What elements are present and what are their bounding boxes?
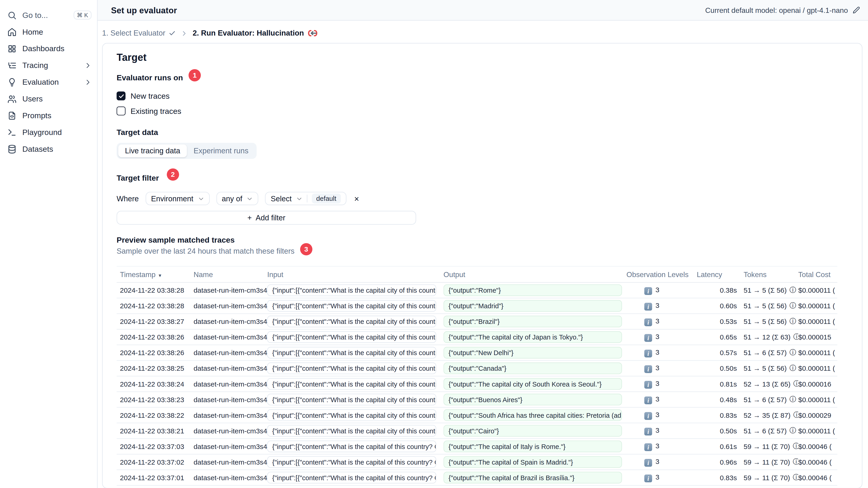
input-json-chip[interactable]: {"input":[{"content":"What is the capita… — [267, 363, 436, 375]
input-cell[interactable]: {"input":[{"content":"What is the capita… — [267, 454, 444, 470]
info-icon[interactable]: ⓘ — [789, 286, 796, 295]
remove-filter-icon[interactable]: × — [353, 194, 360, 204]
input-cell[interactable]: {"input":[{"content":"What is the capita… — [267, 330, 444, 345]
sidebar-item-datasets[interactable]: Datasets — [0, 140, 97, 157]
output-json-chip[interactable]: {"output":"Madrid"} — [443, 300, 622, 312]
info-icon[interactable]: ⓘ — [789, 395, 796, 404]
output-json-chip[interactable]: {"output":"Canada"} — [443, 363, 622, 375]
sidebar-item-playground[interactable]: Playground — [0, 124, 97, 140]
output-cell[interactable]: {"output":"Canada"} — [443, 361, 626, 377]
table-row[interactable]: 2024-11-22 03:38:28 dataset-run-item-cm3… — [117, 283, 837, 298]
input-json-chip[interactable]: {"input":[{"content":"What is the capita… — [267, 378, 436, 390]
input-json-chip[interactable]: {"input":[{"content":"What is the capita… — [267, 425, 436, 437]
info-icon[interactable]: ⓘ — [794, 333, 798, 342]
output-cell[interactable]: {"output":"Buenos Aires"} — [443, 392, 626, 408]
info-icon[interactable]: ⓘ — [794, 411, 798, 420]
input-cell[interactable]: {"input":[{"content":"What is the capita… — [267, 283, 444, 298]
table-row[interactable]: 2024-11-22 03:38:27 dataset-run-item-cm3… — [117, 314, 837, 330]
output-cell[interactable]: {"output":"The capital of Brazil is Bras… — [443, 470, 626, 486]
tab-experiment-runs[interactable]: Experiment runs — [187, 144, 255, 158]
add-filter-button[interactable]: + Add filter — [117, 211, 416, 225]
table-row[interactable]: 2024-11-22 03:38:25 dataset-run-item-cm3… — [117, 361, 837, 377]
col-tokens[interactable]: Tokens — [742, 266, 798, 283]
sidebar-item-dashboards[interactable]: Dashboards — [0, 40, 97, 57]
col-total-cost[interactable]: Total Cost — [798, 266, 837, 283]
input-json-chip[interactable]: {"input":[{"content":"What is the capita… — [267, 331, 436, 343]
info-icon[interactable]: ⓘ — [789, 426, 796, 436]
input-json-chip[interactable]: {"input":[{"content":"What is the capita… — [267, 394, 436, 405]
col-input[interactable]: Input — [267, 266, 444, 283]
filter-column-select[interactable]: Environment — [145, 192, 210, 205]
tab-live-tracing-data[interactable]: Live tracing data — [118, 144, 187, 158]
input-cell[interactable]: {"input":[{"content":"What is the capita… — [267, 392, 444, 408]
input-json-chip[interactable]: {"input":[{"content":"What is the capita… — [267, 300, 436, 312]
output-cell[interactable]: {"output":"Madrid"} — [443, 298, 626, 314]
input-json-chip[interactable]: {"input":[{"content":"What is the capita… — [267, 456, 436, 468]
output-json-chip[interactable]: {"output":"The capital city of South Kor… — [443, 378, 622, 390]
output-cell[interactable]: {"output":"The capital city of South Kor… — [443, 377, 626, 392]
info-icon[interactable]: ⓘ — [793, 442, 799, 451]
info-icon[interactable]: ⓘ — [793, 457, 799, 467]
output-cell[interactable]: {"output":"New Delhi"} — [443, 345, 626, 361]
output-json-chip[interactable]: {"output":"Cairo"} — [443, 425, 622, 437]
input-json-chip[interactable]: {"input":[{"content":"What is the capita… — [267, 410, 436, 421]
output-cell[interactable]: {"output":"Cairo"} — [443, 423, 626, 439]
output-json-chip[interactable]: {"output":"South Africa has three capita… — [443, 410, 622, 421]
info-icon[interactable]: ⓘ — [789, 317, 796, 326]
output-json-chip[interactable]: {"output":"Rome"} — [443, 285, 622, 296]
table-row[interactable]: 2024-11-22 03:38:21 dataset-run-item-cm3… — [117, 423, 837, 439]
breadcrumb-step-1[interactable]: 1. Select Evaluator — [102, 29, 176, 38]
input-json-chip[interactable]: {"input":[{"content":"What is the capita… — [267, 316, 436, 328]
info-icon[interactable]: ⓘ — [794, 380, 798, 389]
table-row[interactable]: 2024-11-22 03:37:03 dataset-run-item-cm3… — [117, 439, 837, 454]
col-latency[interactable]: Latency — [695, 266, 742, 283]
input-json-chip[interactable]: {"input":[{"content":"What is the capita… — [267, 285, 436, 296]
info-icon[interactable]: ⓘ — [789, 301, 796, 311]
col-output[interactable]: Output — [443, 266, 626, 283]
output-json-chip[interactable]: {"output":"Brazil"} — [443, 316, 622, 328]
sidebar-item-users[interactable]: Users — [0, 91, 97, 107]
table-row[interactable]: 2024-11-22 03:38:22 dataset-run-item-cm3… — [117, 408, 837, 423]
output-cell[interactable]: {"output":"The capital city of Japan is … — [443, 330, 626, 345]
table-row[interactable]: 2024-11-22 03:38:26 dataset-run-item-cm3… — [117, 345, 837, 361]
sidebar-item-evaluation[interactable]: Evaluation — [0, 74, 97, 91]
table-row[interactable]: 2024-11-22 03:38:28 dataset-run-item-cm3… — [117, 298, 837, 314]
edit-model-icon[interactable] — [852, 6, 860, 14]
info-icon[interactable]: ⓘ — [789, 364, 796, 373]
output-json-chip[interactable]: {"output":"Buenos Aires"} — [443, 394, 622, 405]
input-json-chip[interactable]: {"input":[{"content":"What is the capita… — [267, 347, 436, 359]
output-cell[interactable]: {"output":"Rome"} — [443, 283, 626, 298]
col-observation-levels[interactable]: Observation Levels — [626, 266, 695, 283]
output-json-chip[interactable]: {"output":"The capital of Spain is Madri… — [443, 456, 622, 468]
output-json-chip[interactable]: {"output":"The capital city of Japan is … — [443, 331, 622, 343]
table-row[interactable]: 2024-11-22 03:38:26 dataset-run-item-cm3… — [117, 330, 837, 345]
sidebar-item-home[interactable]: Home — [0, 24, 97, 40]
sidebar-item-tracing[interactable]: Tracing — [0, 57, 97, 74]
input-cell[interactable]: {"input":[{"content":"What is the capita… — [267, 298, 444, 314]
goto-search[interactable]: Go to... ⌘ K — [0, 7, 97, 24]
input-cell[interactable]: {"input":[{"content":"What is the capita… — [267, 408, 444, 423]
output-cell[interactable]: {"output":"The capital of Italy is Rome.… — [443, 439, 626, 454]
sidebar-item-prompts[interactable]: Prompts — [0, 107, 97, 124]
output-cell[interactable]: {"output":"Brazil"} — [443, 314, 626, 330]
info-icon[interactable]: ⓘ — [789, 348, 796, 358]
input-cell[interactable]: {"input":[{"content":"What is the capita… — [267, 345, 444, 361]
col-timestamp[interactable]: Timestamp▼ — [117, 266, 186, 283]
input-cell[interactable]: {"input":[{"content":"What is the capita… — [267, 361, 444, 377]
table-row[interactable]: 2024-11-22 03:37:02 dataset-run-item-cm3… — [117, 454, 837, 470]
input-cell[interactable]: {"input":[{"content":"What is the capita… — [267, 439, 444, 454]
input-json-chip[interactable]: {"input":[{"content":"What is the capita… — [267, 472, 436, 484]
filter-value-select[interactable]: Select default — [265, 192, 346, 205]
table-row[interactable]: 2024-11-22 03:38:23 dataset-run-item-cm3… — [117, 392, 837, 408]
input-cell[interactable]: {"input":[{"content":"What is the capita… — [267, 314, 444, 330]
info-icon[interactable]: ⓘ — [793, 473, 799, 483]
input-cell[interactable]: {"input":[{"content":"What is the capita… — [267, 470, 444, 486]
checkbox-existing-traces[interactable]: Existing traces — [117, 107, 851, 116]
checkbox-unchecked-icon[interactable] — [117, 107, 126, 116]
sort-desc-icon[interactable]: ▼ — [158, 273, 162, 278]
output-cell[interactable]: {"output":"The capital of Spain is Madri… — [443, 454, 626, 470]
checkbox-checked-icon[interactable] — [117, 92, 126, 101]
input-json-chip[interactable]: {"input":[{"content":"What is the capita… — [267, 441, 436, 452]
col-name[interactable]: Name — [186, 266, 267, 283]
input-cell[interactable]: {"input":[{"content":"What is the capita… — [267, 423, 444, 439]
